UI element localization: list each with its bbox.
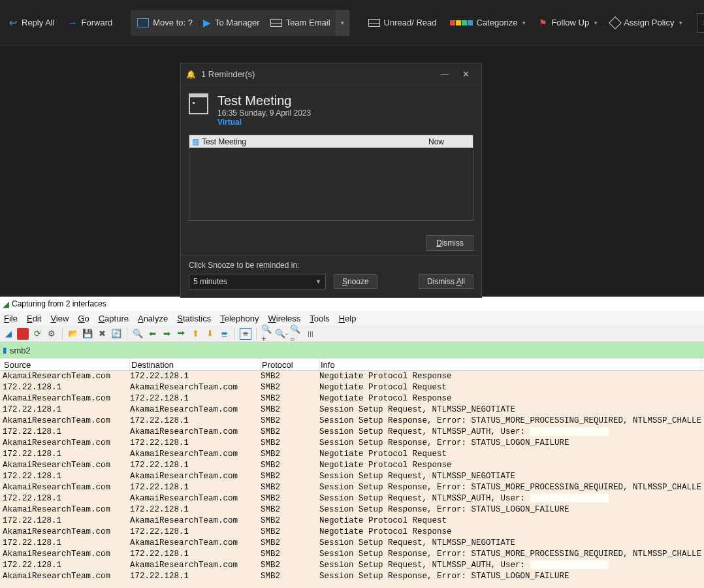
col-source[interactable]: Source <box>3 359 130 371</box>
wireshark-titlebar[interactable]: ◢ Capturing from 2 interfaces <box>0 297 704 311</box>
redacted-user <box>530 427 609 436</box>
cell-source: 172.22.128.1 <box>3 427 130 438</box>
reminder-list-item[interactable]: ▦ Test Meeting Now <box>189 135 473 148</box>
packet-row[interactable]: AkamaiResearchTeam.com172.22.128.1SMB2Se… <box>0 416 704 427</box>
display-filter-input[interactable] <box>10 346 701 355</box>
reload-button[interactable]: 🔄 <box>110 328 122 340</box>
cell-protocol: SMB2 <box>261 382 319 393</box>
packet-row[interactable]: AkamaiResearchTeam.com172.22.128.1SMB2Ne… <box>0 371 704 382</box>
follow-up-button[interactable]: ⚑ Follow Up ▾ <box>532 14 604 32</box>
packet-row[interactable]: 172.22.128.1AkamaiResearchTeam.comSMB2Se… <box>0 493 704 504</box>
forward-button[interactable]: → Forward <box>61 13 120 32</box>
cell-protocol: SMB2 <box>261 438 319 449</box>
reminder-list[interactable]: ▦ Test Meeting Now <box>189 135 473 221</box>
menu-view[interactable]: View <box>50 314 69 323</box>
auto-scroll-button[interactable]: ≣ <box>218 328 230 340</box>
packet-list-header[interactable]: Source Destination Protocol Info <box>0 358 704 371</box>
reminder-item-time: Now <box>428 137 470 146</box>
to-manager-button[interactable]: ▶ To Manager <box>198 13 265 33</box>
capture-options-button[interactable]: ⚙ <box>46 328 57 340</box>
packet-row[interactable]: AkamaiResearchTeam.com172.22.128.1SMB2Se… <box>0 504 704 515</box>
packet-row[interactable]: AkamaiResearchTeam.com172.22.128.1SMB2Se… <box>0 571 704 582</box>
move-to-button[interactable]: Move to: ? <box>132 14 198 31</box>
packet-row[interactable]: 172.22.128.1AkamaiResearchTeam.comSMB2Se… <box>0 427 704 438</box>
snooze-duration-combo[interactable]: 5 minutes ▼ <box>189 274 326 289</box>
search-people-input[interactable]: Search Pe <box>697 13 704 33</box>
quick-steps-dropdown[interactable]: ▾ <box>336 10 349 36</box>
packet-row[interactable]: 172.22.128.1AkamaiResearchTeam.comSMB2Se… <box>0 538 704 549</box>
cell-protocol: SMB2 <box>261 416 319 427</box>
resize-columns-button[interactable]: ⫼ <box>304 328 316 340</box>
go-forward-button[interactable]: ➡ <box>161 328 172 340</box>
col-destination[interactable]: Destination <box>130 359 261 371</box>
cell-info: Session Setup Request, NTLMSSP_AUTH, Use… <box>319 493 701 504</box>
packet-row[interactable]: 172.22.128.1AkamaiResearchTeam.comSMB2Se… <box>0 560 704 571</box>
menu-help[interactable]: Help <box>339 314 357 323</box>
cell-info: Negotiate Protocol Request <box>319 382 701 393</box>
cell-protocol: SMB2 <box>261 427 319 438</box>
menu-edit[interactable]: Edit <box>27 314 41 323</box>
packet-row[interactable]: 172.22.128.1AkamaiResearchTeam.comSMB2Se… <box>0 404 704 416</box>
open-file-button[interactable]: 📂 <box>67 328 79 340</box>
menu-statistics[interactable]: Statistics <box>177 314 211 323</box>
find-packet-button[interactable]: 🔍 <box>132 328 144 340</box>
cell-info: Negotiate Protocol Response <box>319 460 701 471</box>
packet-row[interactable]: AkamaiResearchTeam.com172.22.128.1SMB2Ne… <box>0 460 704 471</box>
zoom-reset-button[interactable]: 🔍= <box>290 328 302 340</box>
menu-wireless[interactable]: Wireless <box>268 314 301 323</box>
first-packet-button[interactable]: ⬆ <box>189 328 201 340</box>
categorize-button[interactable]: Categorize ▾ <box>443 14 533 31</box>
menu-go[interactable]: Go <box>78 314 89 323</box>
menu-capture[interactable]: Capture <box>99 314 129 323</box>
cell-source: AkamaiResearchTeam.com <box>3 371 130 382</box>
cell-info: Session Setup Request, NTLMSSP_AUTH, Use… <box>319 427 701 438</box>
stop-capture-button[interactable] <box>17 328 29 340</box>
forward-label: Forward <box>82 18 113 27</box>
cell-info: Session Setup Response, Error: STATUS_MO… <box>319 416 701 427</box>
packet-row[interactable]: AkamaiResearchTeam.com172.22.128.1SMB2Se… <box>0 482 704 493</box>
snooze-button[interactable]: Snooze <box>334 274 377 289</box>
dismiss-button[interactable]: Dismiss <box>426 235 473 251</box>
menu-telephony[interactable]: Telephony <box>220 314 259 323</box>
menu-file[interactable]: File <box>4 314 18 323</box>
packet-row[interactable]: 172.22.128.1AkamaiResearchTeam.comSMB2Ne… <box>0 515 704 527</box>
minimize-button[interactable]: — <box>434 66 455 83</box>
packet-row[interactable]: 172.22.128.1AkamaiResearchTeam.comSMB2Se… <box>0 471 704 482</box>
team-email-button[interactable]: Team Email <box>265 14 336 31</box>
categorize-icon <box>450 20 473 25</box>
menu-analyze[interactable]: Analyze <box>138 314 168 323</box>
cell-info: Session Setup Response, Error: STATUS_LO… <box>319 571 701 582</box>
packet-row[interactable]: 172.22.128.1AkamaiResearchTeam.comSMB2Ne… <box>0 382 704 393</box>
last-packet-button[interactable]: ⬇ <box>204 328 216 340</box>
go-to-packet-button[interactable]: ⮕ <box>175 328 187 340</box>
save-file-button[interactable]: 💾 <box>82 328 93 340</box>
restart-capture-button[interactable]: ⟳ <box>31 328 43 340</box>
menu-tools[interactable]: Tools <box>310 314 329 323</box>
zoom-out-button[interactable]: 🔍- <box>276 328 287 340</box>
packet-row[interactable]: 172.22.128.1AkamaiResearchTeam.comSMB2Ne… <box>0 449 704 460</box>
go-back-button[interactable]: ⬅ <box>146 328 158 340</box>
packet-row[interactable]: AkamaiResearchTeam.com172.22.128.1SMB2Ne… <box>0 393 704 404</box>
reminder-body: Test Meeting 16:35 Sunday, 9 April 2023 … <box>181 86 481 229</box>
colorize-button[interactable]: ≡ <box>240 328 251 340</box>
wireshark-menubar[interactable]: FileEditViewGoCaptureAnalyzeStatisticsTe… <box>0 311 704 325</box>
close-button[interactable]: ✕ <box>455 66 476 83</box>
dismiss-all-button[interactable]: Dismiss All <box>419 274 473 289</box>
col-protocol[interactable]: Protocol <box>261 359 319 371</box>
cell-destination: 172.22.128.1 <box>130 504 261 515</box>
categorize-label: Categorize <box>477 18 518 27</box>
packet-row[interactable]: AkamaiResearchTeam.com172.22.128.1SMB2Ne… <box>0 527 704 538</box>
close-file-button[interactable]: ✖ <box>96 328 108 340</box>
unread-read-button[interactable]: Unread/ Read <box>362 14 443 31</box>
reply-all-button[interactable]: ↩ Reply All <box>3 13 61 33</box>
packet-row[interactable]: AkamaiResearchTeam.com172.22.128.1SMB2Se… <box>0 438 704 449</box>
packet-list[interactable]: AkamaiResearchTeam.com172.22.128.1SMB2Ne… <box>0 371 704 588</box>
start-capture-button[interactable]: ◢ <box>3 328 14 340</box>
cell-protocol: SMB2 <box>261 515 319 527</box>
assign-policy-button[interactable]: Assign Policy ▾ <box>604 14 689 31</box>
col-info[interactable]: Info <box>319 359 701 371</box>
chevron-down-icon: ▾ <box>594 20 598 26</box>
reminder-titlebar[interactable]: 🔔 1 Reminder(s) — ✕ <box>181 63 481 86</box>
packet-row[interactable]: AkamaiResearchTeam.com172.22.128.1SMB2Se… <box>0 549 704 560</box>
zoom-in-button[interactable]: 🔍+ <box>261 328 273 340</box>
